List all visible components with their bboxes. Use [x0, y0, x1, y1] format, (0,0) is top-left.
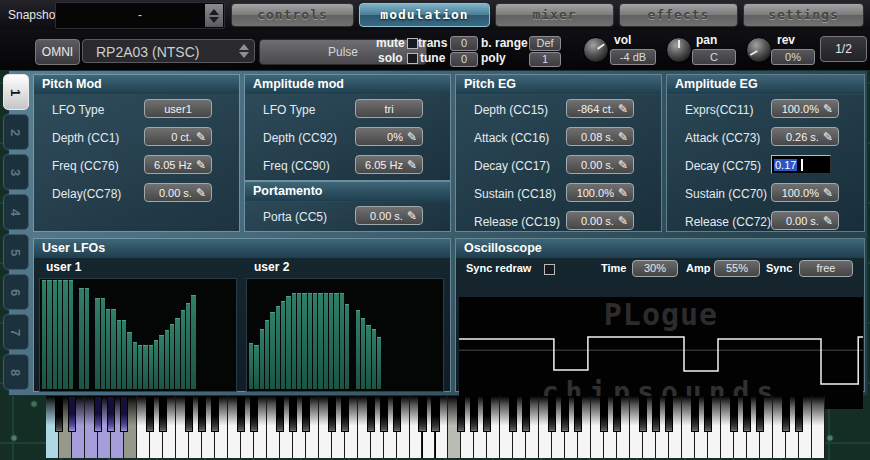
- black-key[interactable]: [107, 396, 115, 432]
- rev-value[interactable]: 0%: [771, 49, 815, 65]
- vol-knob[interactable]: [583, 37, 609, 63]
- voice-tab-1[interactable]: 1: [3, 74, 29, 110]
- tab-mixer[interactable]: mixer: [495, 3, 614, 27]
- amp-freq-field[interactable]: 6.05 Hz✎: [355, 155, 423, 174]
- pitch-delay-field[interactable]: 0.00 s.✎: [144, 183, 212, 202]
- pencil-icon[interactable]: ✎: [618, 131, 628, 143]
- pencil-icon[interactable]: ✎: [407, 131, 417, 143]
- omni-button[interactable]: OMNI: [35, 39, 80, 65]
- black-key[interactable]: [561, 396, 569, 432]
- pencil-icon[interactable]: ✎: [407, 159, 417, 171]
- black-key[interactable]: [522, 396, 530, 432]
- black-key[interactable]: [795, 396, 803, 432]
- black-key[interactable]: [600, 396, 608, 432]
- black-key[interactable]: [237, 396, 245, 432]
- spinner-down-icon[interactable]: [209, 17, 219, 23]
- snapshot-spinner[interactable]: [205, 4, 223, 27]
- black-key[interactable]: [367, 396, 375, 432]
- black-key[interactable]: [198, 396, 206, 432]
- voice-page-button[interactable]: 1/2: [820, 36, 867, 62]
- snapshot-dropdown[interactable]: -: [55, 2, 225, 29]
- black-key[interactable]: [613, 396, 621, 432]
- user1-lfo-graph[interactable]: [39, 278, 237, 392]
- black-key[interactable]: [418, 396, 426, 432]
- tune-value[interactable]: 0: [450, 52, 478, 67]
- pencil-icon[interactable]: ✎: [823, 131, 833, 143]
- spinner-up-icon[interactable]: [239, 44, 249, 50]
- black-key[interactable]: [704, 396, 712, 432]
- voice-tab-8[interactable]: 8: [3, 354, 29, 390]
- black-key[interactable]: [730, 396, 738, 432]
- black-key[interactable]: [652, 396, 660, 432]
- black-key[interactable]: [782, 396, 790, 432]
- black-key[interactable]: [120, 396, 128, 432]
- pencil-icon[interactable]: ✎: [618, 103, 628, 115]
- user2-lfo-graph[interactable]: [246, 278, 444, 392]
- black-key[interactable]: [250, 396, 258, 432]
- voice-tab-5[interactable]: 5: [3, 234, 29, 270]
- peg-depth-field[interactable]: -864 ct.✎: [566, 99, 634, 118]
- black-key[interactable]: [665, 396, 673, 432]
- voice-tab-2[interactable]: 2: [3, 114, 29, 150]
- black-key[interactable]: [756, 396, 764, 432]
- voice-tab-4[interactable]: 4: [3, 194, 29, 230]
- black-key[interactable]: [743, 396, 751, 432]
- vol-value[interactable]: -4 dB: [610, 49, 656, 65]
- voice-tab-3[interactable]: 3: [3, 154, 29, 190]
- trans-value[interactable]: 0: [450, 36, 478, 51]
- pencil-icon[interactable]: ✎: [823, 103, 833, 115]
- pencil-icon[interactable]: ✎: [823, 215, 833, 227]
- spinner-down-icon[interactable]: [239, 52, 249, 58]
- black-key[interactable]: [94, 396, 102, 432]
- black-key[interactable]: [68, 396, 76, 432]
- black-key[interactable]: [185, 396, 193, 432]
- black-key[interactable]: [276, 396, 284, 432]
- tab-controls[interactable]: controls: [231, 3, 354, 27]
- pan-knob[interactable]: [666, 37, 692, 63]
- amp-depth-field[interactable]: 0%✎: [355, 127, 423, 146]
- sync-mode-value[interactable]: free: [799, 260, 853, 277]
- black-key[interactable]: [509, 396, 517, 432]
- black-key[interactable]: [328, 396, 336, 432]
- instrument-spinner[interactable]: [235, 41, 253, 61]
- black-key[interactable]: [574, 396, 582, 432]
- peg-release-field[interactable]: 0.00 s.✎: [566, 211, 634, 230]
- pencil-icon[interactable]: ✎: [196, 187, 206, 199]
- mute-checkbox[interactable]: [407, 38, 418, 49]
- pencil-icon[interactable]: ✎: [823, 187, 833, 199]
- peg-sustain-field[interactable]: 100.0%✎: [566, 183, 634, 202]
- aeg-attack-field[interactable]: 0.26 s.✎: [771, 127, 839, 146]
- black-key[interactable]: [289, 396, 297, 432]
- instrument-dropdown[interactable]: RP2A03 (NTSC): [82, 39, 255, 63]
- time-value[interactable]: 30%: [632, 260, 678, 277]
- pencil-icon[interactable]: ✎: [196, 159, 206, 171]
- black-key[interactable]: [211, 396, 219, 432]
- pencil-icon[interactable]: ✎: [618, 187, 628, 199]
- white-key[interactable]: [812, 396, 825, 458]
- black-key[interactable]: [431, 396, 439, 432]
- black-key[interactable]: [393, 396, 401, 432]
- voice-tab-6[interactable]: 6: [3, 274, 29, 310]
- black-key[interactable]: [55, 396, 63, 432]
- porta-time-field[interactable]: 0.00 s.✎: [355, 206, 423, 225]
- aeg-decay-edit-input[interactable]: 0.17: [771, 155, 831, 174]
- solo-checkbox[interactable]: [407, 53, 418, 64]
- piano-keyboard[interactable]: [46, 396, 825, 458]
- pencil-icon[interactable]: ✎: [196, 131, 206, 143]
- black-key[interactable]: [457, 396, 465, 432]
- tab-effects[interactable]: effects: [619, 3, 738, 27]
- sync-redraw-checkbox[interactable]: [544, 264, 555, 275]
- black-key[interactable]: [548, 396, 556, 432]
- black-key[interactable]: [470, 396, 478, 432]
- aeg-sustain-field[interactable]: 100.0%✎: [771, 183, 839, 202]
- rev-knob[interactable]: [746, 37, 772, 63]
- pitch-depth-field[interactable]: 0 ct.✎: [144, 127, 212, 146]
- pan-value[interactable]: C: [692, 49, 736, 65]
- pencil-icon[interactable]: ✎: [407, 210, 417, 222]
- black-key[interactable]: [380, 396, 388, 432]
- poly-value[interactable]: 1: [529, 52, 561, 67]
- tab-modulation[interactable]: modulation: [359, 3, 490, 27]
- black-key[interactable]: [639, 396, 647, 432]
- voice-tab-7[interactable]: 7: [3, 314, 29, 350]
- black-key[interactable]: [159, 396, 167, 432]
